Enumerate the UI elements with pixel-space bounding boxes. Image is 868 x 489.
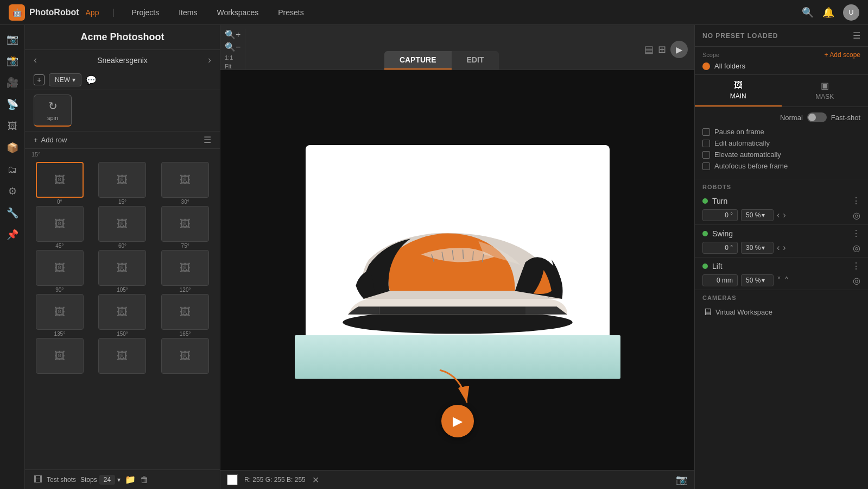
normal-label: Normal	[780, 114, 803, 122]
folder-icon[interactable]: 📁	[125, 474, 136, 485]
thumb-item-13[interactable]: 🖼	[92, 338, 153, 375]
robot-turn-left-arrow[interactable]: ‹	[777, 210, 780, 220]
edit-automatically-checkbox[interactable]	[702, 140, 710, 147]
thumb-item-3[interactable]: 🖼 45°	[29, 206, 90, 249]
edit-tab[interactable]: EDIT	[452, 51, 499, 70]
big-play-button[interactable]: ▶	[441, 405, 474, 437]
spin-button[interactable]: ↻ spin	[34, 95, 72, 127]
search-icon[interactable]: 🔍	[802, 7, 814, 18]
sidebar-header: Acme Photoshoot	[25, 25, 220, 50]
robot-turn-value-input[interactable]	[702, 209, 738, 221]
thumb-item-10[interactable]: 🖼 150°	[92, 294, 153, 337]
robot-turn-percent-dropdown-icon: ▾	[762, 211, 765, 219]
zoom-in-icon[interactable]: 🔍+	[225, 29, 240, 40]
screenshot-icon[interactable]: 📷	[676, 474, 688, 486]
camera2-icon[interactable]: 📸	[3, 51, 22, 71]
rp-menu-icon[interactable]: ☰	[853, 30, 860, 41]
new-button[interactable]: NEW ▾	[49, 73, 81, 86]
thumb-item-5[interactable]: 🖼 75°	[155, 206, 216, 249]
nav-projects[interactable]: Projects	[128, 6, 164, 19]
thumb-item-9[interactable]: 🖼 135°	[29, 294, 90, 337]
right-panel: NO PRESET LOADED ☰ Scope + Add scope All…	[694, 25, 868, 489]
zoom-fit-label[interactable]: Fit	[225, 63, 240, 70]
robot-turn-menu-icon[interactable]: ⋮	[852, 196, 860, 206]
sidebar-nav-next[interactable]: ›	[208, 54, 211, 66]
grid-icon[interactable]: ⊞	[658, 43, 666, 55]
autofocus-row: Autofocus before frame	[702, 162, 860, 170]
robot-lift-value-input[interactable]	[702, 274, 738, 286]
pause-on-frame-checkbox[interactable]	[702, 128, 710, 136]
robot-turn-percent[interactable]: 50 % ▾	[741, 209, 774, 221]
capture-tab[interactable]: CAPTURE	[384, 51, 452, 70]
thumb-item-8[interactable]: 🖼 120°	[155, 250, 216, 293]
row-menu-icon[interactable]: ☰	[204, 135, 211, 145]
robot-lift-percent[interactable]: 50 % ▾	[741, 274, 774, 286]
app-section: App	[86, 8, 99, 17]
scope-radio-icon	[702, 62, 710, 70]
robot-lift: Lift ⋮ 50 % ▾ ˅ ˄ ◎	[695, 258, 868, 290]
robot-lift-target-icon[interactable]: ◎	[853, 275, 860, 286]
scope-option-all-folders[interactable]: All folders	[702, 62, 860, 70]
robot-swing-right-arrow[interactable]: ›	[783, 243, 785, 253]
sidebar-nav-prev[interactable]: ‹	[34, 54, 37, 66]
thumb-image-1: 🖼	[98, 162, 146, 198]
robot-swing-target-icon[interactable]: ◎	[853, 243, 860, 253]
tab-main[interactable]: 🖼 MAIN	[695, 75, 782, 106]
filmstrip-icon-2[interactable]: ▤	[644, 43, 654, 55]
nav-presets[interactable]: Presets	[274, 6, 308, 19]
camera8-icon[interactable]: ⚙	[3, 181, 22, 201]
normal-fastshot-toggle[interactable]	[807, 112, 827, 122]
thumb-item-7[interactable]: 🖼 105°	[92, 250, 153, 293]
camera3-icon[interactable]: 🎥	[3, 73, 22, 92]
spin-section: ↻ spin	[25, 90, 220, 131]
elevate-automatically-checkbox[interactable]	[702, 151, 710, 159]
robot-swing-left-arrow[interactable]: ‹	[777, 243, 780, 253]
color-swatch	[227, 474, 238, 485]
user-avatar[interactable]: U	[843, 4, 859, 21]
zoom-out-icon[interactable]: 🔍−	[225, 42, 240, 52]
top-play-button[interactable]: ▶	[670, 41, 688, 58]
camera-circle-icon[interactable]: 📷	[3, 29, 22, 49]
add-scope-button[interactable]: + Add scope	[825, 51, 860, 59]
thumb-item-2[interactable]: 🖼 30°	[155, 162, 216, 205]
robot-lift-up-arrow[interactable]: ˄	[784, 275, 789, 286]
thumb-item-4[interactable]: 🖼 60°	[92, 206, 153, 249]
thumb-item-12[interactable]: 🖼	[29, 338, 90, 375]
pause-on-frame-label: Pause on frame	[714, 128, 764, 136]
camera5-icon[interactable]: 🖼	[3, 116, 22, 136]
delete-icon[interactable]: 🗑	[140, 475, 149, 485]
nav-separator: |	[112, 8, 114, 17]
camera6-icon[interactable]: 📦	[3, 138, 22, 158]
main-area: 📷 📸 🎥 📡 🖼 📦 🗂 ⚙ 🔧 📌 Acme Photoshoot ‹ Sn…	[0, 25, 868, 489]
camera7-icon[interactable]: 🗂	[3, 160, 22, 179]
spin-icon: ↻	[48, 99, 58, 112]
camera10-icon[interactable]: 📌	[3, 225, 22, 244]
comment-icon[interactable]: 💬	[86, 75, 97, 85]
stops-dropdown-icon[interactable]: ▾	[117, 476, 121, 484]
capture-edit-area: CAPTURE EDIT	[245, 29, 638, 70]
thumb-item-0[interactable]: 🖼 0°	[29, 162, 90, 205]
robot-turn-target-icon[interactable]: ◎	[853, 210, 860, 221]
camera9-icon[interactable]: 🔧	[3, 203, 22, 223]
robot-turn-right-arrow[interactable]: ›	[783, 210, 785, 220]
autofocus-checkbox[interactable]	[702, 162, 710, 170]
thumb-label-0: 0°	[57, 199, 62, 205]
robot-lift-menu-icon[interactable]: ⋮	[852, 261, 860, 271]
thumb-item-6[interactable]: 🖼 90°	[29, 250, 90, 293]
add-plus-icon[interactable]: +	[34, 74, 45, 85]
nav-workspaces[interactable]: Workspaces	[212, 6, 263, 19]
virtual-workspace-button[interactable]: 🖥 Virtual Workspace	[695, 303, 868, 321]
robot-swing-value-input[interactable]	[702, 242, 738, 254]
robot-swing-menu-icon[interactable]: ⋮	[852, 228, 860, 239]
nav-items[interactable]: Items	[174, 6, 201, 19]
robot-swing-percent[interactable]: 30 % ▾	[741, 242, 774, 254]
notifications-icon[interactable]: 🔔	[822, 7, 834, 18]
robot-lift-down-arrow[interactable]: ˅	[777, 275, 781, 286]
add-row-button[interactable]: + Add row	[34, 136, 67, 144]
clear-icon[interactable]: ✕	[312, 475, 319, 485]
thumb-item-1[interactable]: 🖼 15°	[92, 162, 153, 205]
thumb-item-14[interactable]: 🖼	[155, 338, 216, 375]
thumb-item-11[interactable]: 🖼 165°	[155, 294, 216, 337]
tab-mask[interactable]: ▣ MASK	[782, 75, 869, 106]
camera4-icon[interactable]: 📡	[3, 95, 22, 114]
